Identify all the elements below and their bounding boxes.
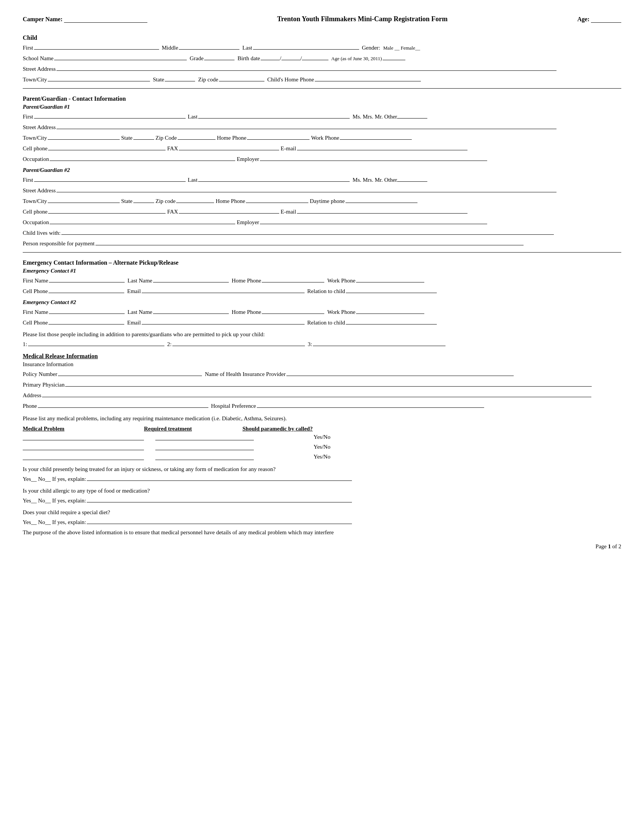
policy-input[interactable] xyxy=(58,369,202,376)
diet-explain-input[interactable] xyxy=(87,517,352,524)
med-problem-3[interactable] xyxy=(23,453,144,460)
pg2-homephone-input[interactable] xyxy=(246,196,308,203)
pg2-first-input[interactable] xyxy=(34,175,186,182)
birthdate-label: Birth date xyxy=(238,55,260,62)
med-treatment-3[interactable] xyxy=(155,453,254,460)
pg2-zip-input[interactable] xyxy=(176,196,214,203)
pg1-title-input[interactable] xyxy=(397,112,427,119)
state-label: State xyxy=(153,77,164,83)
ec1-cell-input[interactable] xyxy=(48,286,124,293)
ec2-homephone-input[interactable] xyxy=(262,307,324,314)
pg1-cell-input[interactable] xyxy=(48,143,166,150)
pg1-fax-input[interactable] xyxy=(179,143,279,150)
ec1-email-input[interactable] xyxy=(142,286,304,293)
school-input[interactable] xyxy=(54,53,187,60)
ec1-homephone-input[interactable] xyxy=(262,276,324,283)
child-first-input[interactable] xyxy=(34,43,159,50)
ec2-email-input[interactable] xyxy=(142,318,304,325)
ec2-cell-input[interactable] xyxy=(48,318,124,325)
childlives-input[interactable] xyxy=(61,228,554,235)
pg2-town-input[interactable] xyxy=(48,196,120,203)
pg1-homephone-input[interactable] xyxy=(247,133,309,140)
pg1-zip-input[interactable] xyxy=(178,133,216,140)
pg2-state-input[interactable] xyxy=(134,196,154,203)
ec1-cell-row: Cell Phone Email Relation to child xyxy=(23,286,621,294)
ec1-lastname-input[interactable] xyxy=(153,276,229,283)
ec1-firstname-input[interactable] xyxy=(49,276,125,283)
ec2-firstname-input[interactable] xyxy=(49,307,125,314)
med-problem-1[interactable] xyxy=(23,434,144,441)
physician-input[interactable] xyxy=(65,380,592,387)
pg1-last-input[interactable] xyxy=(198,112,349,119)
pg1-email-label: E-mail xyxy=(281,145,296,152)
pg1-occ-input[interactable] xyxy=(50,154,235,161)
age-input[interactable] xyxy=(591,16,621,23)
birthdate-year[interactable] xyxy=(302,53,328,60)
insurance-provider-input[interactable] xyxy=(287,369,514,376)
pg2-fax-input[interactable] xyxy=(179,207,279,214)
med-phone-input[interactable] xyxy=(38,401,208,408)
state-input[interactable] xyxy=(165,75,195,81)
pickup-2-input[interactable] xyxy=(172,339,305,346)
ec1-cell-label: Cell Phone xyxy=(23,288,48,294)
pg1-town-input[interactable] xyxy=(48,133,120,140)
pg2-cell-input[interactable] xyxy=(48,207,166,214)
child-age-input[interactable] xyxy=(383,53,405,60)
pickup-3-input[interactable] xyxy=(313,339,446,346)
ec1-title: Emergency Contact #1 xyxy=(23,268,621,274)
pg1-occ-row: Occupation Employer xyxy=(23,154,621,162)
ec2-cell-label: Cell Phone xyxy=(23,320,48,326)
ec2-lastname-input[interactable] xyxy=(153,307,229,314)
injury-explain-input[interactable] xyxy=(87,474,352,481)
pg2-daytime-input[interactable] xyxy=(346,196,417,203)
pg1-state-input[interactable] xyxy=(134,133,154,140)
pg2-employer-input[interactable] xyxy=(260,217,487,224)
childlives-label: Child lives with: xyxy=(23,230,61,236)
ec2-cell-row: Cell Phone Email Relation to child xyxy=(23,318,621,326)
pg2-email-input[interactable] xyxy=(297,207,467,214)
grade-input[interactable] xyxy=(204,53,235,60)
camper-name-input[interactable] xyxy=(64,16,147,23)
ec2-relation-input[interactable] xyxy=(346,318,437,325)
hospital-input[interactable] xyxy=(257,401,484,408)
pg1-cell-label: Cell phone xyxy=(23,145,47,152)
ec1-workphone-input[interactable] xyxy=(356,276,424,283)
child-middle-input[interactable] xyxy=(179,43,240,50)
pg1-employer-input[interactable] xyxy=(260,154,487,161)
pg1-workphone-input[interactable] xyxy=(340,133,412,140)
pg1-first-input[interactable] xyxy=(34,112,186,119)
birthdate-day[interactable] xyxy=(282,53,300,60)
pg2-occ-input[interactable] xyxy=(50,217,235,224)
pg2-street-row: Street Address xyxy=(23,185,621,194)
ec2-email-label: Email xyxy=(127,320,141,326)
child-last-input[interactable] xyxy=(253,43,359,50)
street-input[interactable] xyxy=(56,64,557,71)
ec2-workphone-input[interactable] xyxy=(356,307,424,314)
payment-input[interactable] xyxy=(95,238,523,245)
ec2-relation-label: Relation to child xyxy=(307,320,345,326)
diet-yes-no-label: Yes__ No__ If yes, explain: xyxy=(23,519,86,526)
pg1-email-input[interactable] xyxy=(297,143,467,150)
ec1-relation-input[interactable] xyxy=(346,286,437,293)
pg1-city-row: Town/City State Zip Code Home Phone Work… xyxy=(23,133,621,141)
child-section-title: Child xyxy=(23,34,621,41)
birthdate-month[interactable] xyxy=(261,53,280,60)
first-label: First xyxy=(23,45,33,51)
pg2-street-input[interactable] xyxy=(56,185,557,192)
med-treatment-2[interactable] xyxy=(155,443,254,450)
zip-input[interactable] xyxy=(219,75,264,81)
last-label: Last xyxy=(242,45,252,51)
pg1-street-input[interactable] xyxy=(56,122,557,129)
pickup-1-input[interactable] xyxy=(28,339,164,346)
med-address-row: Address xyxy=(23,391,621,399)
medical-title-text: Medical Release Information xyxy=(23,353,98,359)
homephone-input[interactable] xyxy=(315,75,421,81)
allergy-answer-row: Yes__ No__ If yes, explain: xyxy=(23,495,621,504)
town-input[interactable] xyxy=(48,75,150,81)
med-treatment-1[interactable] xyxy=(155,434,254,441)
med-address-input[interactable] xyxy=(42,391,591,397)
pg2-last-input[interactable] xyxy=(198,175,349,182)
med-problem-2[interactable] xyxy=(23,443,144,450)
allergy-explain-input[interactable] xyxy=(87,495,352,502)
pg2-title-input[interactable] xyxy=(397,175,427,182)
